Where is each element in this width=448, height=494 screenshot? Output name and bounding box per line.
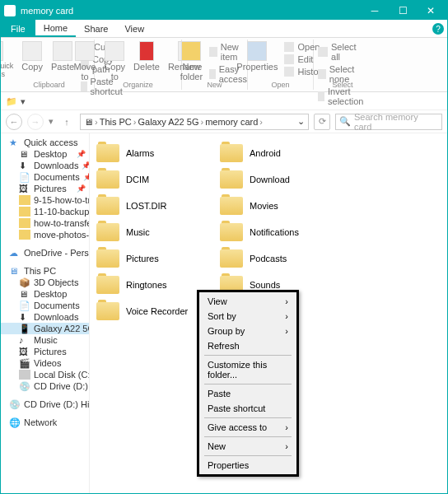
ctx-group-by[interactable]: Group by› bbox=[201, 324, 295, 338]
maximize-button[interactable]: ☐ bbox=[390, 2, 416, 20]
folder-item[interactable]: Music bbox=[93, 219, 217, 245]
select-all-button[interactable]: Select all bbox=[316, 41, 368, 63]
folder-label: Movies bbox=[250, 201, 278, 211]
ctx-paste-shortcut[interactable]: Paste shortcut bbox=[201, 401, 295, 416]
sidebar-network[interactable]: 🌐Network bbox=[1, 417, 89, 428]
sidebar-item-ddrive[interactable]: 💿CD Drive (D:) HiSuite bbox=[1, 380, 89, 392]
copy-button[interactable]: Copy bbox=[18, 40, 46, 73]
up-button[interactable]: ↑ bbox=[58, 114, 75, 130]
tab-home[interactable]: Home bbox=[35, 20, 76, 37]
folder-item[interactable]: Podcasts bbox=[217, 245, 340, 272]
folder-label: Voice Recorder bbox=[126, 306, 188, 316]
search-icon: 🔍 bbox=[339, 116, 351, 127]
sidebar-item-galaxy[interactable]: 📱Galaxy A22 5G bbox=[1, 323, 89, 334]
group-select-label: Select bbox=[314, 81, 371, 89]
sidebar-this-pc[interactable]: 🖥This PC bbox=[1, 265, 89, 277]
breadcrumb-segment[interactable]: This PC bbox=[100, 117, 132, 127]
search-input[interactable]: 🔍 Search memory card bbox=[335, 114, 442, 130]
folder-item[interactable]: Notifications bbox=[217, 219, 340, 245]
breadcrumb-pc-icon: 🖥 bbox=[84, 117, 93, 127]
minimize-button[interactable]: ─ bbox=[362, 2, 388, 20]
sidebar-item-downloads[interactable]: ⬇Downloads bbox=[1, 311, 89, 323]
sidebar-item-documents[interactable]: 📄Documents bbox=[1, 300, 89, 311]
folder-item[interactable]: Pictures bbox=[93, 245, 217, 272]
folder-item[interactable]: Alarms bbox=[93, 140, 217, 166]
breadcrumb-segment[interactable]: memory card bbox=[205, 117, 258, 127]
sidebar-item-3d[interactable]: 📦3D Objects bbox=[1, 277, 89, 288]
sidebar-item-music[interactable]: ♪Music bbox=[1, 334, 89, 346]
folder-label: DCIM bbox=[126, 175, 149, 184]
chevron-right-icon: › bbox=[285, 441, 288, 451]
folder-item[interactable]: Android bbox=[217, 140, 340, 166]
group-open-label: Open bbox=[248, 81, 313, 89]
folder-label: Music bbox=[126, 227, 150, 237]
qat-icon[interactable]: 📁 bbox=[6, 96, 16, 106]
back-button[interactable]: ← bbox=[6, 114, 22, 130]
folder-icon bbox=[220, 223, 243, 241]
ctx-new[interactable]: New› bbox=[201, 439, 295, 454]
breadcrumb[interactable]: 🖥 › This PC › Galaxy A22 5G › memory car… bbox=[80, 114, 309, 130]
folder-icon bbox=[96, 249, 119, 268]
ctx-refresh[interactable]: Refresh bbox=[201, 338, 295, 353]
sidebar-item-documents[interactable]: 📄Documents📌 bbox=[1, 171, 89, 183]
sidebar-item-ddrive2[interactable]: 💿CD Drive (D:) HiSuite bbox=[1, 398, 89, 410]
help-button[interactable]: ? bbox=[432, 23, 444, 35]
sidebar-item-folder[interactable]: 9-15-how-to-transfer-p bbox=[1, 194, 89, 206]
sidebar-item-videos[interactable]: 🎬Videos bbox=[1, 357, 89, 369]
new-folder-button[interactable]: New folder bbox=[177, 40, 207, 83]
folder-icon bbox=[220, 197, 243, 215]
pin-quick-access-button[interactable]: Pin to Quick access bbox=[0, 40, 16, 80]
folder-icon bbox=[96, 197, 119, 215]
sidebar-item-desktop[interactable]: 🖥Desktop📌 bbox=[1, 148, 89, 160]
tab-view[interactable]: View bbox=[116, 20, 152, 37]
ctx-customize[interactable]: Customize this folder... bbox=[201, 357, 295, 382]
breadcrumb-dropdown-icon[interactable]: ⌄ bbox=[297, 116, 305, 127]
folder-label: Ringtones bbox=[126, 280, 167, 290]
ctx-view[interactable]: View› bbox=[201, 294, 295, 309]
folder-icon bbox=[96, 170, 119, 189]
close-button[interactable]: ✕ bbox=[418, 2, 444, 20]
tab-share[interactable]: Share bbox=[76, 20, 116, 37]
folder-label: Download bbox=[250, 175, 290, 184]
navigation-tree[interactable]: ★Quick access 🖥Desktop📌 ⬇Downloads📌 📄Doc… bbox=[1, 133, 90, 494]
delete-button[interactable]: Delete bbox=[130, 40, 163, 73]
folder-item[interactable]: DCIM bbox=[93, 166, 217, 193]
group-new-label: New bbox=[182, 81, 247, 89]
app-icon bbox=[4, 5, 16, 16]
folder-view[interactable]: AlarmsAndroidDCIMDownloadLOST.DIRMoviesM… bbox=[90, 133, 447, 494]
context-menu: View› Sort by› Group by› Refresh Customi… bbox=[197, 290, 299, 477]
folder-label: Alarms bbox=[126, 148, 154, 158]
refresh-button[interactable]: ⟳ bbox=[314, 114, 330, 130]
chevron-right-icon: › bbox=[285, 422, 288, 432]
sidebar-item-cdrive[interactable]: Local Disk (C:) bbox=[1, 369, 89, 380]
ctx-paste[interactable]: Paste bbox=[201, 386, 295, 401]
ctx-give-access[interactable]: Give access to› bbox=[201, 420, 295, 435]
group-organize-label: Organize bbox=[95, 81, 181, 89]
breadcrumb-segment[interactable]: Galaxy A22 5G bbox=[138, 117, 198, 127]
sidebar-quick-access[interactable]: ★Quick access bbox=[1, 137, 89, 148]
qat-dropdown-icon[interactable]: ▾ bbox=[21, 96, 30, 106]
folder-label: Sounds bbox=[250, 280, 280, 290]
sidebar-item-downloads[interactable]: ⬇Downloads📌 bbox=[1, 160, 89, 171]
folder-item[interactable]: Movies bbox=[217, 193, 340, 219]
sidebar-item-folder[interactable]: move-photos-to-sd-ca bbox=[1, 229, 89, 240]
properties-button[interactable]: Properties bbox=[233, 40, 281, 73]
recent-dropdown[interactable]: ▾ bbox=[49, 116, 54, 127]
folder-label: LOST.DIR bbox=[126, 201, 167, 211]
sidebar-item-pictures[interactable]: 🖼Pictures📌 bbox=[1, 183, 89, 194]
sidebar-item-folder[interactable]: 11-10-backup-iphone-t bbox=[1, 206, 89, 217]
move-to-button[interactable]: Move to bbox=[71, 40, 100, 83]
tab-file[interactable]: File bbox=[1, 20, 35, 37]
sidebar-item-desktop[interactable]: 🖥Desktop bbox=[1, 288, 89, 300]
ctx-properties[interactable]: Properties bbox=[201, 458, 295, 473]
sidebar-item-folder[interactable]: how-to-transfer-photo bbox=[1, 217, 89, 229]
window-title: memory card bbox=[21, 6, 73, 16]
sidebar-onedrive[interactable]: ☁OneDrive - Personal bbox=[1, 247, 89, 259]
sidebar-item-pictures[interactable]: 🖼Pictures bbox=[1, 346, 89, 357]
folder-item[interactable]: Download bbox=[217, 166, 340, 193]
forward-button[interactable]: → bbox=[27, 114, 44, 130]
ctx-sort-by[interactable]: Sort by› bbox=[201, 309, 295, 324]
chevron-right-icon: › bbox=[285, 311, 288, 321]
copy-to-button[interactable]: Copy to bbox=[100, 40, 128, 83]
folder-item[interactable]: LOST.DIR bbox=[93, 193, 217, 219]
